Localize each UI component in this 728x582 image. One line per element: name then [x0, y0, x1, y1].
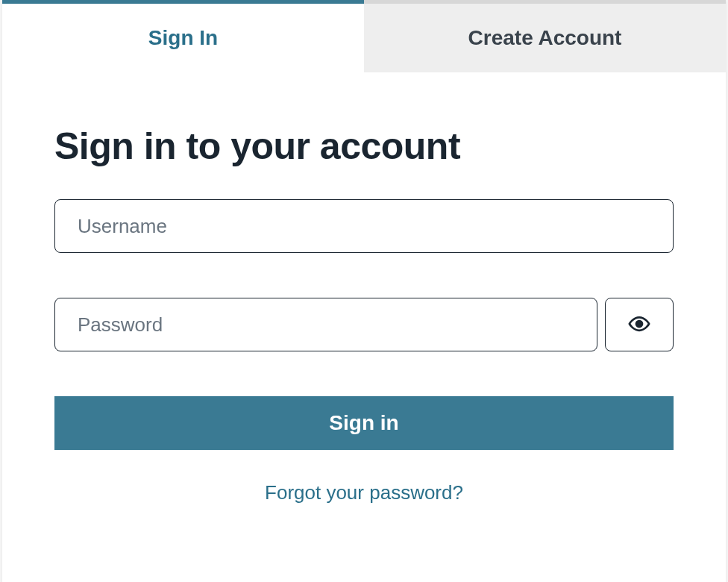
signin-panel: Sign in to your account Sign in Forgot y…	[2, 72, 726, 534]
tab-signin-label: Sign In	[148, 26, 218, 49]
tab-create-account[interactable]: Create Account	[364, 0, 726, 72]
signin-button[interactable]: Sign in	[54, 396, 674, 450]
auth-tabs: Sign In Create Account	[2, 0, 726, 72]
password-input[interactable]	[54, 298, 597, 351]
forgot-password-label: Forgot your password?	[265, 481, 463, 504]
toggle-password-visibility-button[interactable]	[605, 298, 674, 351]
forgot-password-link[interactable]: Forgot your password?	[54, 481, 674, 504]
auth-card: Sign In Create Account Sign in to your a…	[2, 0, 726, 582]
tab-create-account-label: Create Account	[468, 26, 622, 49]
page-title: Sign in to your account	[54, 125, 674, 168]
eye-icon	[628, 313, 650, 337]
username-field-row	[54, 199, 674, 253]
tab-signin[interactable]: Sign In	[2, 0, 364, 72]
svg-point-0	[636, 321, 642, 327]
password-field-row	[54, 298, 674, 351]
username-input[interactable]	[54, 199, 674, 253]
signin-button-label: Sign in	[329, 411, 398, 434]
